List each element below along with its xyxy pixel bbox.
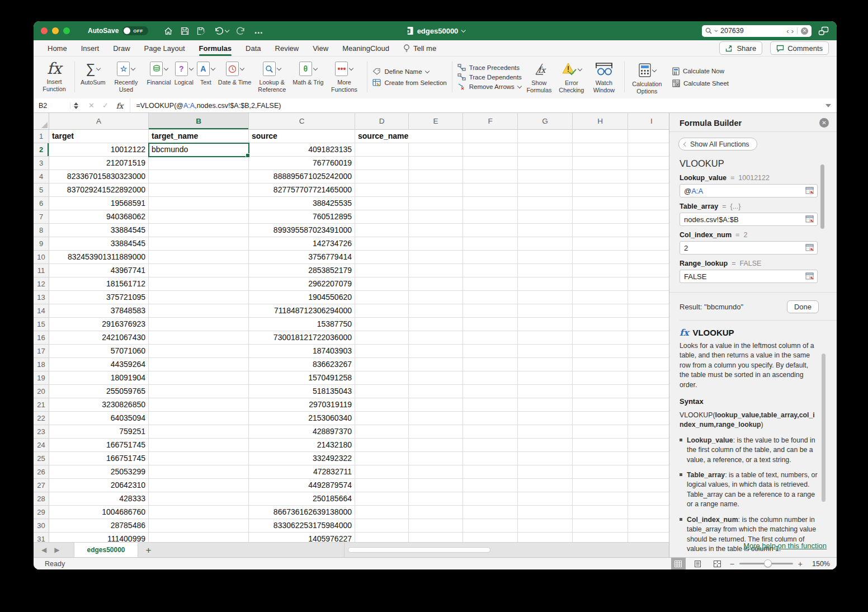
cell-B31[interactable] xyxy=(149,533,249,542)
tab-view[interactable]: View xyxy=(313,40,328,56)
cell-A20[interactable]: 255059765 xyxy=(49,385,149,398)
cell-F14[interactable] xyxy=(463,304,518,318)
cell-C12[interactable]: 2962207079 xyxy=(249,277,355,291)
cell-H26[interactable] xyxy=(573,465,628,479)
row-header-24[interactable]: 24 xyxy=(34,439,49,452)
cell-B23[interactable] xyxy=(149,425,249,439)
undo-icon[interactable] xyxy=(214,26,229,35)
cell-E18[interactable] xyxy=(409,358,463,371)
math-trig-button[interactable]: θMath & Trig xyxy=(291,58,325,96)
cell-C1[interactable]: source xyxy=(249,130,355,143)
cell-A23[interactable]: 759251 xyxy=(49,425,149,439)
cell-A29[interactable]: 1004686760 xyxy=(49,506,149,519)
cell-C8[interactable]: 899395587023491000 xyxy=(249,224,355,237)
cell-I5[interactable] xyxy=(628,183,669,197)
calculation-options-button[interactable]: Calculation Options xyxy=(629,59,666,95)
redo-icon[interactable] xyxy=(237,26,246,35)
cell-B19[interactable] xyxy=(149,371,249,385)
recently-used-dropdown-icon[interactable] xyxy=(131,66,135,70)
row-header-27[interactable]: 27 xyxy=(34,479,49,492)
text-dropdown-icon[interactable] xyxy=(211,66,215,70)
cell-H8[interactable] xyxy=(573,224,628,237)
range-selector-icon[interactable] xyxy=(805,187,815,195)
cell-D2[interactable] xyxy=(355,143,409,157)
confirm-entry-icon[interactable]: ✓ xyxy=(102,101,108,110)
date-time-button[interactable]: Date & Time xyxy=(216,58,253,96)
add-sheet-icon[interactable]: + xyxy=(146,545,152,555)
cell-F17[interactable] xyxy=(463,345,518,358)
column-header-E[interactable]: E xyxy=(409,113,463,130)
name-box[interactable]: B2 xyxy=(34,98,82,112)
cell-E27[interactable] xyxy=(409,479,463,492)
cell-F29[interactable] xyxy=(463,506,518,519)
tab-data[interactable]: Data xyxy=(246,40,261,56)
cell-D10[interactable] xyxy=(355,251,409,264)
cell-H11[interactable] xyxy=(573,264,628,277)
cell-B21[interactable] xyxy=(149,398,249,412)
search-scope-dropdown-icon[interactable] xyxy=(714,30,718,32)
cell-B20[interactable] xyxy=(149,385,249,398)
name-box-spinner[interactable] xyxy=(70,102,82,109)
cell-A14[interactable]: 37848583 xyxy=(49,304,149,318)
cell-A18[interactable]: 44359264 xyxy=(49,358,149,371)
tab-home[interactable]: Home xyxy=(48,40,67,56)
cell-D1[interactable]: source_name xyxy=(355,130,409,143)
cell-F28[interactable] xyxy=(463,492,518,506)
cell-D5[interactable] xyxy=(355,183,409,197)
row-header-5[interactable]: 5 xyxy=(34,183,49,197)
cell-H17[interactable] xyxy=(573,345,628,358)
trace-precedents-button[interactable]: Trace Precedents xyxy=(457,64,522,71)
save-as-icon[interactable] xyxy=(197,27,206,35)
cell-I21[interactable] xyxy=(628,398,669,412)
row-header-9[interactable]: 9 xyxy=(34,237,49,251)
cell-C14[interactable]: 711848712306294000 xyxy=(249,304,355,318)
row-header-29[interactable]: 29 xyxy=(34,506,49,519)
cell-I10[interactable] xyxy=(628,251,669,264)
cell-A25[interactable]: 166751745 xyxy=(49,452,149,465)
share-button[interactable]: Share xyxy=(719,41,762,55)
cell-E29[interactable] xyxy=(409,506,463,519)
cell-B29[interactable] xyxy=(149,506,249,519)
cell-H1[interactable] xyxy=(573,130,628,143)
cell-B30[interactable] xyxy=(149,519,249,533)
cell-E9[interactable] xyxy=(409,237,463,251)
cell-E16[interactable] xyxy=(409,331,463,345)
search-next-icon[interactable]: › xyxy=(791,27,794,35)
cell-B17[interactable] xyxy=(149,345,249,358)
row-header-14[interactable]: 14 xyxy=(34,304,49,318)
cell-I28[interactable] xyxy=(628,492,669,506)
cell-G9[interactable] xyxy=(518,237,573,251)
cell-F15[interactable] xyxy=(463,318,518,331)
cell-C5[interactable]: 827757707721465000 xyxy=(249,183,355,197)
cell-G6[interactable] xyxy=(518,197,573,210)
cell-B6[interactable] xyxy=(149,197,249,210)
cell-D22[interactable] xyxy=(355,412,409,425)
cell-B18[interactable] xyxy=(149,358,249,371)
search-clear-icon[interactable]: ✕ xyxy=(801,27,808,35)
row-header-21[interactable]: 21 xyxy=(34,398,49,412)
cell-A12[interactable]: 181561712 xyxy=(49,277,149,291)
cell-G17[interactable] xyxy=(518,345,573,358)
cell-B16[interactable] xyxy=(149,331,249,345)
cell-C11[interactable]: 2853852179 xyxy=(249,264,355,277)
row-header-20[interactable]: 20 xyxy=(34,385,49,398)
cell-H10[interactable] xyxy=(573,251,628,264)
row-header-2[interactable]: 2 xyxy=(34,143,49,157)
column-header-C[interactable]: C xyxy=(249,113,355,130)
cell-F25[interactable] xyxy=(463,452,518,465)
cell-D17[interactable] xyxy=(355,345,409,358)
cell-G18[interactable] xyxy=(518,358,573,371)
cell-D13[interactable] xyxy=(355,291,409,304)
cell-C31[interactable]: 1405976227 xyxy=(249,533,355,542)
cell-E17[interactable] xyxy=(409,345,463,358)
cell-D14[interactable] xyxy=(355,304,409,318)
cell-C10[interactable]: 3756779414 xyxy=(249,251,355,264)
cell-I8[interactable] xyxy=(628,224,669,237)
row-header-11[interactable]: 11 xyxy=(34,264,49,277)
cell-D18[interactable] xyxy=(355,358,409,371)
cell-D15[interactable] xyxy=(355,318,409,331)
search-box[interactable]: 207639 ‹ › ✕ xyxy=(702,25,812,37)
cell-H18[interactable] xyxy=(573,358,628,371)
normal-view-icon[interactable] xyxy=(671,558,686,570)
zoom-slider[interactable] xyxy=(739,563,793,564)
